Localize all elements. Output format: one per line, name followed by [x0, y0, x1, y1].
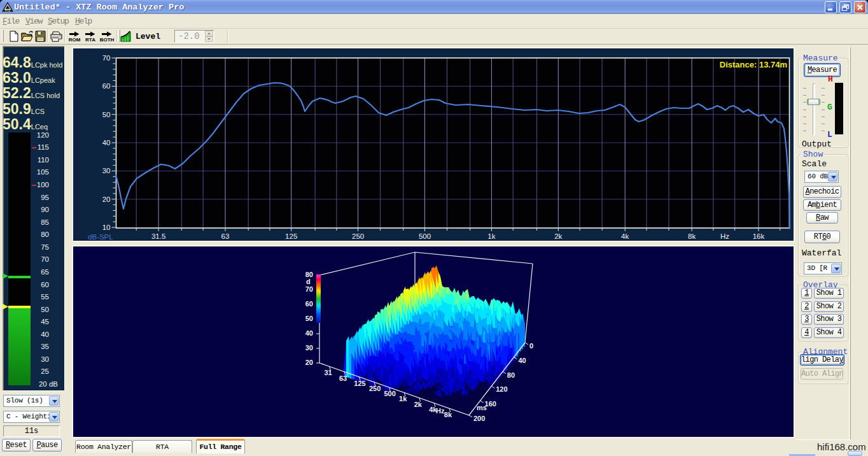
svg-text:31.5: 31.5: [151, 232, 165, 240]
svg-text:125: 125: [285, 232, 297, 240]
svg-text:dB-SPL: dB-SPL: [88, 233, 113, 241]
svg-text:20: 20: [102, 196, 111, 203]
svg-text:8k: 8k: [688, 232, 696, 240]
svg-text:125: 125: [354, 380, 365, 387]
svg-text:40: 40: [305, 329, 313, 337]
svg-text:Hz: Hz: [436, 407, 445, 415]
svg-text:250: 250: [352, 232, 364, 240]
svg-text:60: 60: [102, 82, 111, 90]
svg-text:50: 50: [305, 315, 313, 322]
svg-text:63: 63: [221, 232, 230, 240]
svg-text:XTZ: XTZ: [5, 9, 11, 12]
svg-text:70: 70: [305, 285, 313, 293]
svg-text:16k: 16k: [753, 232, 765, 240]
svg-text:1k: 1k: [399, 395, 407, 403]
svg-text:500: 500: [419, 232, 431, 240]
svg-text:70: 70: [102, 54, 111, 62]
svg-text:120: 120: [496, 385, 507, 393]
svg-text:20: 20: [305, 359, 313, 366]
svg-text:ms: ms: [477, 404, 487, 411]
svg-text:500: 500: [384, 390, 396, 397]
svg-text:Distance: 13.74m: Distance: 13.74m: [720, 60, 787, 69]
svg-text:4k: 4k: [621, 232, 629, 240]
svg-text:60: 60: [305, 300, 313, 308]
svg-text:2k: 2k: [414, 401, 423, 408]
svg-text:10: 10: [102, 224, 111, 231]
svg-text:40: 40: [518, 357, 526, 364]
svg-text:2k: 2k: [554, 232, 562, 240]
svg-text:30: 30: [102, 167, 111, 175]
svg-text:0: 0: [529, 342, 533, 350]
svg-text:50: 50: [102, 111, 111, 118]
svg-text:200: 200: [473, 415, 485, 422]
svg-text:40: 40: [102, 139, 111, 146]
svg-text:8k: 8k: [444, 411, 452, 418]
svg-text:Hz: Hz: [720, 232, 729, 240]
svg-text:250: 250: [369, 385, 381, 392]
svg-text:d: d: [306, 278, 311, 285]
svg-text:80: 80: [507, 371, 515, 379]
svg-text:1k: 1k: [487, 232, 495, 240]
svg-text:30: 30: [305, 344, 313, 352]
